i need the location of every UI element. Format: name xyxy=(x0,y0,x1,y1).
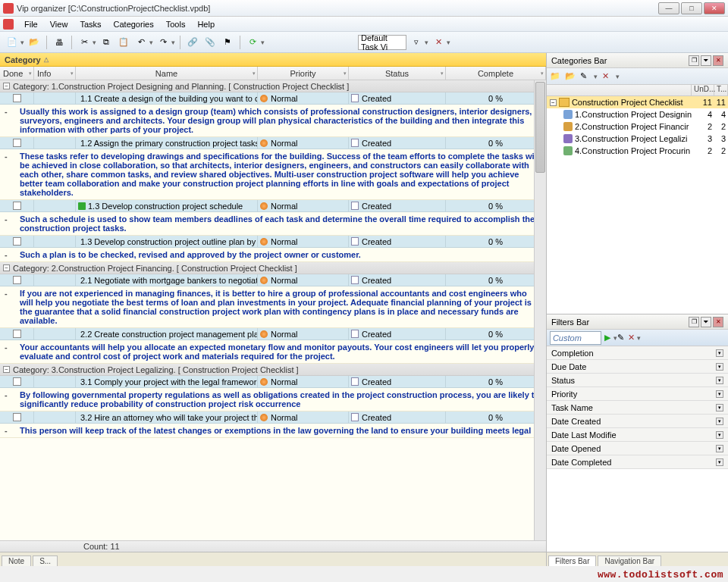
maximize-button[interactable]: □ xyxy=(681,2,702,14)
col-done[interactable]: Done▾ xyxy=(0,67,34,80)
task-name: 1.2 Assign the primary construction proj… xyxy=(80,139,258,148)
filter-row[interactable]: Date Completed▾ xyxy=(547,455,728,469)
minimize-button[interactable]: — xyxy=(658,2,679,14)
group-row[interactable]: −Category: 1.Construction Project Design… xyxy=(0,80,546,92)
checkbox[interactable] xyxy=(13,139,21,147)
copy-icon[interactable]: ⧉ xyxy=(99,35,114,50)
task-row[interactable]: 2.1 Negotiate with mortgage bankers to n… xyxy=(0,274,546,286)
menu-view[interactable]: View xyxy=(44,18,74,30)
chevron-down-icon[interactable]: ▾ xyxy=(716,458,723,466)
col-info[interactable]: Info▾ xyxy=(34,67,76,80)
task-row[interactable]: 2.2 Create construction project manageme… xyxy=(0,328,546,340)
filter-row[interactable]: Status▾ xyxy=(547,374,728,387)
checkbox[interactable] xyxy=(13,330,21,338)
task-view-combo[interactable]: Default Task Vi xyxy=(358,35,406,50)
cat-new-icon[interactable]: 📁 xyxy=(550,71,560,82)
filter-edit-icon[interactable]: ✎ xyxy=(617,333,628,343)
scrollbar[interactable] xyxy=(534,80,546,540)
task-row[interactable]: 1.1 Create a design of the building you … xyxy=(0,92,546,105)
link-icon[interactable]: 🔗 xyxy=(185,35,200,50)
group-row[interactable]: −Category: 3.Construction Project Legali… xyxy=(0,364,546,376)
checkbox[interactable] xyxy=(13,377,21,386)
category-icon xyxy=(563,110,573,119)
panel-close-icon[interactable]: ✕ xyxy=(713,55,723,66)
status-icon xyxy=(351,94,359,102)
filter-icon[interactable]: ▿ xyxy=(409,35,424,50)
tree-root[interactable]: − Construction Project Checklist 11 11 xyxy=(547,96,728,108)
checkbox[interactable] xyxy=(13,276,21,284)
panel-restore-icon[interactable]: ❐ xyxy=(689,55,699,66)
menu-tasks[interactable]: Tasks xyxy=(74,18,107,30)
cat-sub-icon[interactable]: 📂 xyxy=(565,71,576,82)
clear-icon[interactable]: ✕ xyxy=(431,35,446,50)
col-complete[interactable]: Complete▾ xyxy=(446,67,546,80)
task-row[interactable]: 3.2 Hire an attorney who will take your … xyxy=(0,411,546,424)
paste-icon[interactable]: 📋 xyxy=(116,35,131,50)
menu-file[interactable]: File xyxy=(18,18,44,30)
tab-filters[interactable]: Filters Bar xyxy=(548,555,597,566)
chevron-down-icon[interactable]: ▾ xyxy=(716,431,723,439)
menubar: File View Tasks Categories Tools Help xyxy=(0,17,728,32)
chevron-down-icon[interactable]: ▾ xyxy=(716,404,723,411)
chevron-down-icon[interactable]: ▾ xyxy=(716,377,723,384)
cut-icon[interactable]: ✂ xyxy=(77,35,92,50)
task-row[interactable]: 1.3 Develop construction project schedul… xyxy=(0,200,546,212)
col-priority[interactable]: Priority▾ xyxy=(258,67,349,80)
tab-note[interactable]: Note xyxy=(2,555,31,566)
task-name: 1.3 Develop construction project schedul… xyxy=(88,202,243,211)
close-button[interactable]: ✕ xyxy=(704,2,725,14)
priority-icon xyxy=(260,238,268,246)
chevron-down-icon[interactable]: ▾ xyxy=(716,390,723,398)
categories-title: Categories Bar xyxy=(551,56,607,65)
task-name: 2.2 Create construction project manageme… xyxy=(80,330,258,339)
task-row[interactable]: 1.3 Develop construction project outline… xyxy=(0,236,546,248)
filter-preset-combo[interactable]: Custom xyxy=(550,331,601,345)
tree-item[interactable]: 4.Construction Project Procurin22 xyxy=(547,145,728,157)
checkbox[interactable] xyxy=(13,413,21,421)
filter-row[interactable]: Task Name▾ xyxy=(547,401,728,415)
task-row[interactable]: 3.1 Comply your project with the legal f… xyxy=(0,376,546,388)
chevron-down-icon[interactable]: ▾ xyxy=(716,445,723,452)
filter-row[interactable]: Completion▾ xyxy=(547,346,728,360)
menu-tools[interactable]: Tools xyxy=(160,18,192,30)
filter-row[interactable]: Date Opened▾ xyxy=(547,442,728,455)
filter-row[interactable]: Date Last Modifie▾ xyxy=(547,428,728,442)
panel-restore-icon[interactable]: ❐ xyxy=(689,317,699,327)
redo-icon[interactable]: ↷ xyxy=(155,35,171,50)
cat-edit-icon[interactable]: ✎ xyxy=(580,71,591,82)
chevron-down-icon[interactable]: ▾ xyxy=(716,363,723,371)
priority-icon xyxy=(260,414,268,421)
tree-item[interactable]: 1.Construction Project Designin44 xyxy=(547,108,728,120)
menu-categories[interactable]: Categories xyxy=(108,18,160,30)
panel-pin-icon[interactable]: ⏷ xyxy=(701,55,711,66)
category-group-header[interactable]: Category△ xyxy=(0,53,546,67)
tab-navigation[interactable]: Navigation Bar xyxy=(598,555,661,566)
flag-icon[interactable]: ⚑ xyxy=(220,35,235,50)
checkbox[interactable] xyxy=(13,202,21,210)
tree-item[interactable]: 2.Construction Project Financir22 xyxy=(547,120,728,133)
chevron-down-icon[interactable]: ▾ xyxy=(716,418,723,425)
print-icon[interactable]: 🖶 xyxy=(52,35,67,50)
tree-item[interactable]: 3.Construction Project Legalizi33 xyxy=(547,133,728,145)
task-row[interactable]: 1.2 Assign the primary construction proj… xyxy=(0,137,546,149)
priority-label: Normal xyxy=(271,202,297,211)
refresh-icon[interactable]: ⟳ xyxy=(245,35,260,50)
open-icon[interactable]: 📂 xyxy=(27,35,42,50)
cat-del-icon[interactable]: ✕ xyxy=(602,71,613,82)
tab-s[interactable]: S... xyxy=(33,555,58,566)
new-icon[interactable]: 📄 xyxy=(5,35,20,50)
filter-row[interactable]: Priority▾ xyxy=(547,387,728,401)
undo-icon[interactable]: ↶ xyxy=(133,35,149,50)
col-status[interactable]: Status▾ xyxy=(349,67,446,80)
col-name[interactable]: Name▾ xyxy=(76,67,258,80)
panel-close-icon[interactable]: ✕ xyxy=(713,317,723,327)
chevron-down-icon[interactable]: ▾ xyxy=(716,349,723,357)
checkbox[interactable] xyxy=(13,237,21,246)
filter-row[interactable]: Date Created▾ xyxy=(547,415,728,428)
filter-row[interactable]: Due Date▾ xyxy=(547,360,728,374)
checkbox[interactable] xyxy=(13,94,21,102)
menu-help[interactable]: Help xyxy=(191,18,221,30)
group-row[interactable]: −Category: 2.Construction Project Financ… xyxy=(0,262,546,274)
panel-pin-icon[interactable]: ⏷ xyxy=(701,317,711,327)
attach-icon[interactable]: 📎 xyxy=(202,35,218,50)
